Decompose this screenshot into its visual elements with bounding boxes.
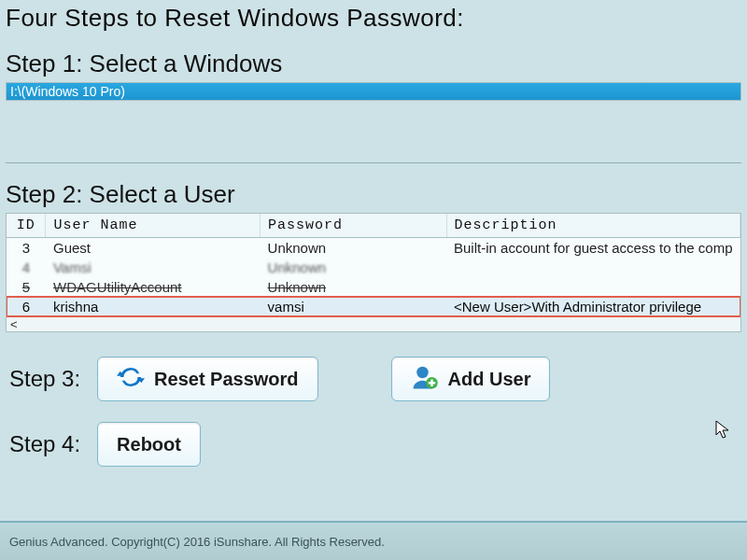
cell-id: 5 xyxy=(7,277,46,297)
cell-user: Guest xyxy=(46,238,261,259)
table-row[interactable]: 5 WDAGUtilityAccount Unknown xyxy=(7,277,740,297)
col-username[interactable]: User Name xyxy=(46,214,261,238)
reset-password-button[interactable]: Reset Password xyxy=(97,357,318,401)
table-row[interactable]: 3 Guest Unknown Built-in account for gue… xyxy=(7,238,740,259)
cell-user: krishna xyxy=(46,297,261,316)
cell-user: WDAGUtilityAccount xyxy=(46,277,261,297)
add-user-icon xyxy=(411,363,439,396)
table-header-row: ID User Name Password Description xyxy=(7,214,740,238)
col-id[interactable]: ID xyxy=(7,214,46,238)
user-table[interactable]: ID User Name Password Description 3 Gues… xyxy=(6,213,741,332)
step4-label: Step 4: xyxy=(9,431,80,457)
page-title: Four Steps to Reset Windows Password: xyxy=(6,4,741,33)
reset-password-label: Reset Password xyxy=(154,369,299,390)
cell-user: Vamsi xyxy=(46,258,261,277)
separator xyxy=(6,162,741,163)
table-row-selected[interactable]: 6 krishna vamsi <New User>With Administr… xyxy=(7,297,740,316)
add-user-button[interactable]: Add User xyxy=(391,357,551,401)
footer-text: Genius Advanced. Copyright(C) 2016 iSuns… xyxy=(9,535,385,549)
cell-pwd: Unknown xyxy=(261,258,446,277)
cell-desc xyxy=(446,277,740,297)
col-description[interactable]: Description xyxy=(446,214,740,238)
step3-label: Step 3: xyxy=(9,366,80,392)
reboot-button[interactable]: Reboot xyxy=(97,422,201,467)
windows-list[interactable]: I:\(Windows 10 Pro) xyxy=(6,82,741,101)
scroll-indicator[interactable]: < xyxy=(7,316,740,331)
cell-id: 6 xyxy=(7,297,46,316)
svg-point-0 xyxy=(416,366,429,378)
cell-id: 4 xyxy=(7,258,46,277)
cell-id: 3 xyxy=(7,238,46,259)
cell-desc: <New User>With Administrator privilege xyxy=(446,297,740,316)
add-user-label: Add User xyxy=(448,369,531,390)
cell-pwd: Unknown xyxy=(261,277,446,297)
cell-desc xyxy=(446,258,740,277)
refresh-icon xyxy=(117,363,145,396)
reboot-label: Reboot xyxy=(117,434,181,455)
step1-label: Step 1: Select a Windows xyxy=(6,49,741,78)
table-row[interactable]: 4 Vamsi Unknown xyxy=(7,258,740,277)
step2-label: Step 2: Select a User xyxy=(6,180,741,209)
cell-desc: Built-in account for guest access to the… xyxy=(446,238,740,259)
footer-bar: Genius Advanced. Copyright(C) 2016 iSuns… xyxy=(0,521,747,560)
cell-pwd: Unknown xyxy=(261,238,446,259)
col-password[interactable]: Password xyxy=(261,214,446,238)
windows-list-item-selected[interactable]: I:\(Windows 10 Pro) xyxy=(7,83,740,100)
cell-pwd: vamsi xyxy=(261,297,446,316)
